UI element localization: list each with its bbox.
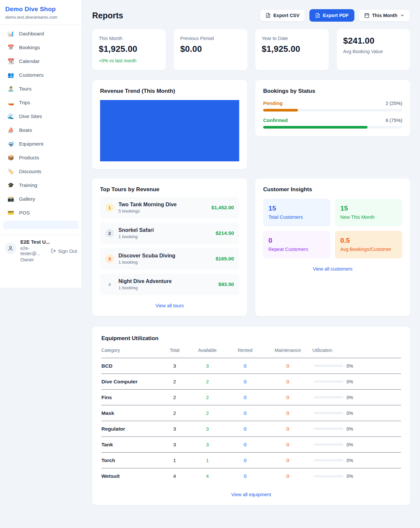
table-row: Dive Computer 2 2 0 0 0%	[101, 374, 401, 390]
stat-card-previous-period: Previous Period $0.00	[174, 29, 247, 70]
stat-label: This Month	[99, 36, 159, 41]
tour-name: Discover Scuba Diving	[118, 253, 211, 259]
status-count: 6 (75%)	[386, 118, 402, 123]
export-csv-label: Export CSV	[273, 13, 300, 18]
period-label: This Month	[372, 13, 397, 18]
tile-value: 15	[340, 204, 397, 212]
sidebar-header: Demo Dive Shop demo.test.divestreams.com	[0, 0, 82, 25]
sidebar-item-label: Gallery	[19, 196, 35, 202]
status-bar-track	[263, 109, 402, 112]
cell-total: 2	[161, 379, 188, 385]
sidebar-nav: 📊 Dashboard 📅 Bookings 📆 Calendar 👥 Cust…	[0, 25, 82, 229]
sidebar-item-dashboard[interactable]: 📊 Dashboard	[3, 28, 78, 39]
sidebar-item-label: Boats	[19, 127, 32, 133]
sidebar-item-label: Bookings	[19, 45, 40, 51]
utilization-value: 0%	[346, 411, 353, 416]
table-header: Category Total Available Rented Maintena…	[101, 342, 401, 358]
col-utilization: Utilization	[312, 348, 401, 353]
tile-label: Avg Bookings/Customer	[340, 247, 397, 252]
sidebar-item-calendar[interactable]: 📆 Calendar	[3, 55, 78, 67]
rank-badge: 4	[105, 280, 114, 289]
sidebar-item-label: Products	[19, 155, 39, 161]
sidebar-item-equipment[interactable]: 🤿 Equipment	[3, 138, 78, 150]
cell-maintenance: 0	[263, 363, 312, 369]
cell-maintenance: 0	[263, 379, 312, 385]
calendar-icon: 📆	[7, 58, 14, 64]
status-bar-fill	[263, 109, 298, 112]
tour-revenue: $165.00	[216, 256, 234, 262]
tile-value: 15	[268, 204, 325, 212]
stat-value: $241.00	[343, 36, 404, 46]
cell-available: 4	[188, 473, 227, 479]
cell-available: 2	[188, 410, 227, 416]
sidebar-item-label: Discounts	[19, 169, 41, 174]
cell-total: 2	[161, 410, 188, 416]
revenue-trend-title: Revenue Trend (This Month)	[100, 88, 239, 94]
sidebar-item-active-partial[interactable]	[3, 221, 78, 229]
utilization-value: 0%	[346, 474, 353, 479]
insight-tile-new-this-month: 15 New This Month	[335, 199, 402, 226]
utilization-value: 0%	[346, 395, 353, 400]
equipment-icon: 🤿	[7, 141, 14, 147]
sidebar-item-bookings[interactable]: 📅 Bookings	[3, 42, 78, 53]
view-all-equipment-link[interactable]: View all equipment	[101, 492, 401, 497]
cell-available: 3	[188, 363, 227, 369]
cell-category: Dive Computer	[101, 379, 161, 385]
sidebar-item-training[interactable]: 🎓 Training	[3, 179, 78, 191]
cell-rented: 0	[227, 426, 263, 432]
utilization-bar	[314, 428, 343, 430]
sidebar-item-boats[interactable]: ⛵ Boats	[3, 124, 78, 136]
view-all-tours-link[interactable]: View all tours	[100, 303, 239, 308]
sign-out-button[interactable]: Sign Out	[51, 248, 77, 254]
export-csv-button[interactable]: Export CSV	[260, 9, 305, 22]
sidebar-item-products[interactable]: 📦 Products	[3, 152, 78, 163]
sidebar-item-label: Dashboard	[19, 31, 44, 37]
tour-bookings: 1 booking	[118, 234, 211, 239]
period-dropdown[interactable]: This Month	[359, 9, 410, 22]
utilization-bar	[314, 475, 343, 477]
utilization-bar	[314, 365, 343, 367]
sidebar-item-tours[interactable]: 🏝️ Tours	[3, 83, 78, 94]
sidebar-item-label: Equipment	[19, 141, 43, 147]
sidebar-item-dive-sites[interactable]: 🌊 Dive Sites	[3, 111, 78, 122]
tour-name: Snorkel Safari	[118, 227, 211, 233]
export-pdf-button[interactable]: Export PDF	[309, 9, 354, 22]
utilization-value: 0%	[346, 458, 353, 463]
tour-list-item: 2 Snorkel Safari 1 booking $214.50	[100, 222, 239, 244]
stat-label: Avg Booking Value	[343, 49, 404, 54]
cell-rented: 0	[227, 410, 263, 416]
cell-category: Regulator	[101, 426, 161, 432]
sidebar-item-pos[interactable]: 💳 POS	[3, 207, 78, 218]
cell-total: 2	[161, 395, 188, 400]
utilization-bar	[314, 412, 343, 414]
view-all-customers-link[interactable]: View all customers	[263, 266, 402, 272]
cell-maintenance: 0	[263, 410, 312, 416]
tile-label: Total Customers	[268, 214, 325, 220]
table-row: BCD 3 3 0 0 0%	[101, 358, 401, 374]
stat-value: $1,925.00	[262, 44, 322, 54]
cell-category: Tank	[101, 442, 161, 448]
sidebar-item-discounts[interactable]: 🏷️ Discounts	[3, 166, 78, 177]
export-pdf-label: Export PDF	[323, 13, 349, 18]
stat-value: $1,925.00	[99, 44, 159, 54]
cell-total: 4	[161, 473, 188, 479]
file-download-icon	[315, 13, 320, 18]
tour-revenue: $93.50	[219, 281, 234, 287]
status-bar-track	[263, 126, 402, 129]
sidebar-item-gallery[interactable]: 📸 Gallery	[3, 193, 78, 205]
tour-list-item: 3 Discover Scuba Diving 1 booking $165.0…	[100, 248, 239, 270]
dive-sites-icon: 🌊	[7, 113, 14, 119]
cell-available: 2	[188, 379, 227, 385]
col-total: Total	[161, 348, 188, 353]
sidebar-item-customers[interactable]: 👥 Customers	[3, 69, 78, 81]
sidebar: Demo Dive Shop demo.test.divestreams.com…	[0, 0, 82, 288]
top-tours-card: Top Tours by Revenue 1 Two Tank Morning …	[92, 178, 247, 316]
sidebar-item-trips[interactable]: 🚤 Trips	[3, 97, 78, 108]
rank-badge: 3	[105, 254, 114, 263]
cell-total: 1	[161, 457, 188, 463]
tours-icon: 🏝️	[7, 86, 14, 92]
cell-category: Wetsuit	[101, 473, 161, 479]
sidebar-item-label: Trips	[19, 100, 30, 106]
equipment-utilization-title: Equipment Utilization	[101, 335, 401, 342]
products-icon: 📦	[7, 154, 14, 161]
